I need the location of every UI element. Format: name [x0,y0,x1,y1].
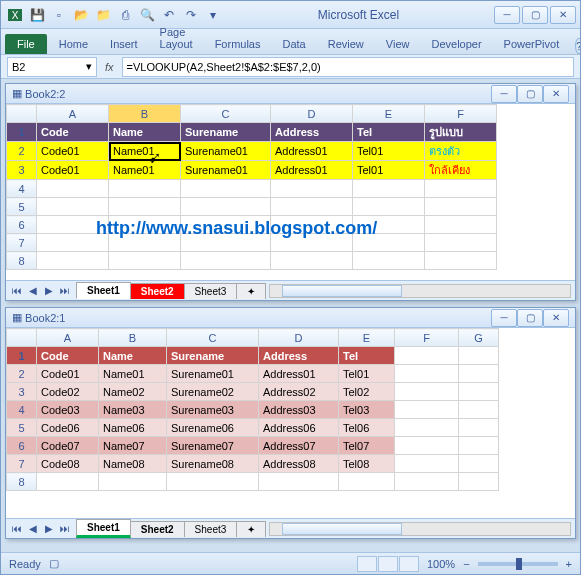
row-header[interactable]: 5 [7,198,37,216]
fx-icon[interactable]: fx [101,61,118,73]
row-header[interactable]: 6 [7,437,37,455]
row-header[interactable]: 1 [7,123,37,142]
book-max-icon[interactable]: ▢ [517,85,543,103]
tab-nav-next-icon[interactable]: ▶ [42,522,56,536]
tab-home[interactable]: Home [49,34,98,54]
tab-nav-prev-icon[interactable]: ◀ [26,284,40,298]
tab-review[interactable]: Review [318,34,374,54]
hscroll-bottom[interactable] [269,522,571,536]
cell[interactable]: Surename [181,123,271,142]
grid-top[interactable]: A B C D E F 1 Code Name Surename Address… [6,104,497,270]
cell[interactable]: Address01 [271,161,353,180]
book-min-icon[interactable]: ─ [491,85,517,103]
grid-bottom[interactable]: A B C D E F G 1 Code Name Surename Addre… [6,328,499,491]
print-icon[interactable]: ⎙ [115,5,135,25]
excel-icon[interactable]: X [5,5,25,25]
col-header[interactable]: E [353,105,425,123]
hscroll-top[interactable] [269,284,571,298]
book-min-icon[interactable]: ─ [491,309,517,327]
row-header[interactable]: 2 [7,142,37,161]
sheet-tab-sheet3[interactable]: Sheet3 [184,283,238,299]
cell[interactable]: Address [259,347,339,365]
row-header[interactable]: 4 [7,401,37,419]
book-close-icon[interactable]: ✕ [543,309,569,327]
cell[interactable]: Tel01 [353,161,425,180]
sheet-tab-sheet1[interactable]: Sheet1 [76,282,131,299]
view-break-icon[interactable] [399,556,419,572]
row-header[interactable]: 3 [7,383,37,401]
book-close-icon[interactable]: ✕ [543,85,569,103]
macro-rec-icon[interactable]: ▢ [49,557,59,570]
file-tab[interactable]: File [5,34,47,54]
row-header[interactable]: 8 [7,252,37,270]
col-header[interactable]: D [271,105,353,123]
zoom-slider[interactable] [478,562,558,566]
row-header[interactable]: 7 [7,455,37,473]
view-normal-icon[interactable] [357,556,377,572]
tab-nav-next-icon[interactable]: ▶ [42,284,56,298]
book-max-icon[interactable]: ▢ [517,309,543,327]
cell[interactable]: Surename01 [181,161,271,180]
row-header[interactable]: 8 [7,473,37,491]
col-header[interactable]: F [425,105,497,123]
cell[interactable]: Code01 [37,142,109,161]
cell[interactable]: Tel [353,123,425,142]
folder-icon[interactable]: 📁 [93,5,113,25]
tab-nav-first-icon[interactable]: ⏮ [10,522,24,536]
sheet-tab-sheet1[interactable]: Sheet1 [76,519,131,538]
help-icon[interactable]: ? [575,38,581,54]
cell[interactable]: Code [37,347,99,365]
active-cell[interactable]: Name01 [109,142,181,161]
new-sheet-icon[interactable]: ✦ [236,283,266,299]
zoom-in-icon[interactable]: + [566,558,572,570]
col-header[interactable]: F [395,329,459,347]
tab-view[interactable]: View [376,34,420,54]
name-box[interactable]: B2 ▾ [7,57,97,77]
cell[interactable]: Surename [167,347,259,365]
cell[interactable]: Code01 [37,161,109,180]
col-header[interactable]: C [167,329,259,347]
cell[interactable]: รูปแบบ [425,123,497,142]
open-icon[interactable]: 📂 [71,5,91,25]
save-icon[interactable]: 💾 [27,5,47,25]
row-header[interactable]: 4 [7,180,37,198]
sheet-tab-sheet2[interactable]: Sheet2 [130,283,185,299]
qat-more-icon[interactable]: ▾ [203,5,223,25]
tab-nav-last-icon[interactable]: ⏭ [58,522,72,536]
cell[interactable]: Tel01 [353,142,425,161]
tab-formulas[interactable]: Formulas [205,34,271,54]
cell[interactable]: Code [37,123,109,142]
tab-data[interactable]: Data [272,34,315,54]
col-header[interactable]: C [181,105,271,123]
cell[interactable]: Tel [339,347,395,365]
select-all[interactable] [7,105,37,123]
formula-bar[interactable]: =VLOOKUP(A2,Sheet2!$A$2:$E$7,2,0) [122,57,574,77]
tab-nav-prev-icon[interactable]: ◀ [26,522,40,536]
name-box-dropdown-icon[interactable]: ▾ [86,60,92,73]
col-header[interactable]: E [339,329,395,347]
row-header[interactable]: 6 [7,216,37,234]
tab-developer[interactable]: Developer [421,34,491,54]
cell[interactable]: Surename01 [181,142,271,161]
tab-page-layout[interactable]: Page Layout [150,22,203,54]
select-all[interactable] [7,329,37,347]
col-header[interactable]: B [109,105,181,123]
view-layout-icon[interactable] [378,556,398,572]
new-icon[interactable]: ▫ [49,5,69,25]
close-button[interactable]: ✕ [550,6,576,24]
sheet-tab-sheet2[interactable]: Sheet2 [130,521,185,537]
cell[interactable]: Address [271,123,353,142]
tab-powerpivot[interactable]: PowerPivot [494,34,570,54]
tab-insert[interactable]: Insert [100,34,148,54]
new-sheet-icon[interactable]: ✦ [236,521,266,537]
zoom-out-icon[interactable]: − [463,558,469,570]
row-header[interactable]: 7 [7,234,37,252]
col-header[interactable]: B [99,329,167,347]
cell[interactable]: Address01 [271,142,353,161]
row-header[interactable]: 3 [7,161,37,180]
col-header[interactable]: A [37,329,99,347]
cell[interactable]: Name01 [109,161,181,180]
row-header[interactable]: 5 [7,419,37,437]
cell[interactable]: ใกล้เคียง [425,161,497,180]
sheet-tab-sheet3[interactable]: Sheet3 [184,521,238,537]
